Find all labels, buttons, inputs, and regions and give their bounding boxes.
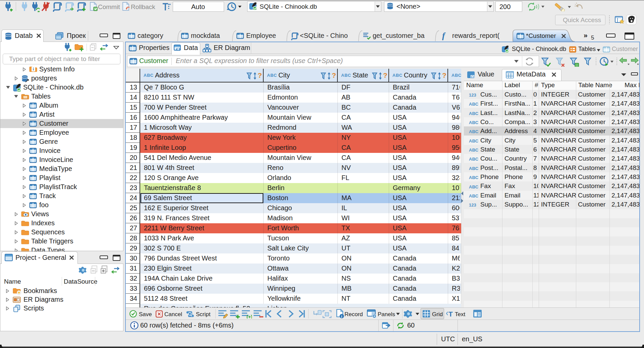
svg-text:(+): (+) [247,314,252,318]
svg-text:i: i [341,314,342,318]
svg-text:T: T [448,310,453,318]
